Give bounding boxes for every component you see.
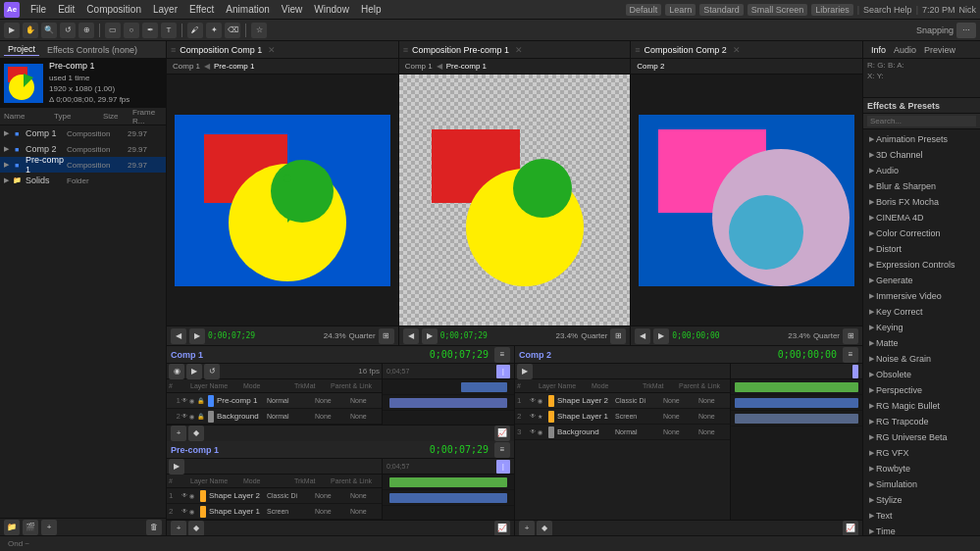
comp2-grid-btn[interactable]: ⊞ <box>843 328 858 344</box>
precomp1-layer-row-2[interactable]: 2 👁 ◉ Shape Layer 1 Screen None None <box>167 504 382 520</box>
new-item-btn[interactable]: + <box>41 520 57 535</box>
tab-project[interactable]: Project <box>4 43 39 56</box>
lock-icon2[interactable]: 🔒 <box>197 413 205 421</box>
comp2-layer-row-1[interactable]: 1 👁 ◉ Shape Layer 2 Classic Di None None <box>515 393 730 409</box>
effects-cat-matte[interactable]: ▶ Matte <box>865 335 978 351</box>
effects-cat-blur[interactable]: ▶ Blur & Sharpen <box>865 178 978 194</box>
comp2-playhead[interactable] <box>852 365 858 378</box>
tool-anchor[interactable]: ⊕ <box>78 23 94 38</box>
comp2-preview[interactable]: ▶ <box>517 364 533 379</box>
tool-shape-ellipse[interactable]: ○ <box>124 23 139 38</box>
comp2-tab[interactable]: Composition Comp 2 <box>645 45 727 55</box>
comp2-tl-keyframe-btn[interactable]: ◆ <box>537 521 552 536</box>
comp1-layer-row-2[interactable]: 2 👁 ◉ 🔒 Background Normal None <box>167 409 382 425</box>
comp1-tl-graph-btn[interactable]: 📈 <box>494 426 510 441</box>
effects-cat-rgtrapcode[interactable]: ▶ RG Trapcode <box>865 414 978 429</box>
comp1-zoom[interactable]: 24.3% <box>324 331 346 340</box>
tool-rotate[interactable]: ↺ <box>60 23 76 38</box>
effects-cat-animation[interactable]: ▶ Animation Presets <box>865 131 978 147</box>
p1-solo1[interactable]: ◉ <box>189 492 197 499</box>
eye-icon2[interactable]: 👁 <box>181 413 189 421</box>
precomp1-quality[interactable]: Quarter <box>581 331 607 340</box>
precomp1-playhead[interactable]: | <box>496 460 510 474</box>
file-item-comp1[interactable]: ▶ ■ Comp 1 Composition 29.97 <box>0 125 166 141</box>
tab-audio[interactable]: Audio <box>890 44 920 56</box>
libraries-workspace-btn[interactable]: Libraries <box>811 4 853 16</box>
effects-cat-rowbyte[interactable]: ▶ Rowbyte <box>865 461 978 476</box>
precomp1-bc-comp1[interactable]: Comp 1 <box>405 62 433 71</box>
comp2-bc-comp2[interactable]: Comp 2 <box>637 62 664 71</box>
menu-effect[interactable]: Effect <box>184 3 219 16</box>
comp2-forward-btn[interactable]: ▶ <box>653 328 669 344</box>
comp2-tl-graph-btn[interactable]: 📈 <box>843 521 858 536</box>
menu-layer[interactable]: Layer <box>148 3 182 16</box>
standard-workspace-btn[interactable]: Standard <box>699 4 744 16</box>
tool-stamp[interactable]: ✦ <box>206 23 222 38</box>
comp2-layer-row-2[interactable]: 2 👁 ★ Shape Layer 1 Screen None None <box>515 409 730 425</box>
effects-cat-immersive[interactable]: ▶ Immersive Video <box>865 288 978 304</box>
p1-solo2[interactable]: ◉ <box>189 508 197 515</box>
comp2-tl-timecode[interactable]: 0;00;00;00 <box>778 349 837 360</box>
effects-cat-generate[interactable]: ▶ Generate <box>865 273 978 288</box>
tool-pen[interactable]: ✒ <box>142 23 158 38</box>
snapping-toggle[interactable]: ⋯ <box>956 23 976 38</box>
default-workspace-btn[interactable]: Default <box>626 4 662 16</box>
effects-cat-boris[interactable]: ▶ Boris FX Mocha <box>865 194 978 210</box>
precomp1-zoom[interactable]: 23.4% <box>556 331 579 340</box>
learn-workspace-btn[interactable]: Learn <box>665 4 696 16</box>
comp1-viewport[interactable] <box>167 75 398 326</box>
effects-cat-time[interactable]: ▶ Time <box>865 524 978 535</box>
small-screen-workspace-btn[interactable]: Small Screen <box>748 4 808 16</box>
tool-zoom[interactable]: 🔍 <box>41 23 57 38</box>
menu-edit[interactable]: Edit <box>53 3 79 16</box>
c2-eye3[interactable]: 👁 <box>530 428 538 435</box>
comp2-viewport[interactable] <box>631 75 862 326</box>
precomp1-preview[interactable]: ▶ <box>169 459 184 475</box>
comp1-tl-keyframe-btn[interactable]: ◆ <box>188 426 204 441</box>
menu-view[interactable]: View <box>277 3 308 16</box>
comp1-preview[interactable]: ▶ <box>186 364 202 379</box>
file-item-solids[interactable]: ▶ 📁 Solids Folder <box>0 173 166 188</box>
tool-shape-rect[interactable]: ▭ <box>105 23 121 38</box>
comp1-tl-add-btn[interactable]: + <box>171 426 186 441</box>
effects-cat-simulation[interactable]: ▶ Simulation <box>865 476 978 492</box>
c2-solo1[interactable]: ◉ <box>538 397 545 404</box>
effects-cat-perspective[interactable]: ▶ Perspective <box>865 382 978 398</box>
comp2-timecode[interactable]: 0;00;00;00 <box>672 331 719 340</box>
comp2-tl-name[interactable]: Comp 2 <box>519 350 551 360</box>
precomp1-tl-keyframe-btn[interactable]: ◆ <box>188 521 204 536</box>
c2-solo3[interactable]: ◉ <box>538 428 545 435</box>
new-folder-btn[interactable]: 📁 <box>4 520 20 535</box>
precomp1-timecode[interactable]: 0;00;07;29 <box>440 331 488 340</box>
comp1-grid-btn[interactable]: ⊞ <box>379 328 394 344</box>
tab-effects-controls[interactable]: Effects Controls (none) <box>43 44 141 56</box>
new-comp-btn[interactable]: 🎬 <box>23 520 38 535</box>
effects-cat-rgvfx[interactable]: ▶ RG VFX <box>865 445 978 461</box>
effects-cat-rguniverse[interactable]: ▶ RG Universe Beta <box>865 429 978 445</box>
precomp1-forward-btn[interactable]: ▶ <box>422 328 438 344</box>
comp2-quality[interactable]: Quarter <box>813 331 840 340</box>
comp1-timecode[interactable]: 0;00;07;29 <box>208 331 255 340</box>
precomp1-layer-row-1[interactable]: 1 👁 ◉ Shape Layer 2 Classic Di None None <box>167 488 382 504</box>
precomp1-tl-add-btn[interactable]: + <box>171 521 186 536</box>
tab-info[interactable]: Info <box>867 44 890 56</box>
comp1-tl-timecode[interactable]: 0;00;07;29 <box>430 349 489 360</box>
precomp1-viewport[interactable] <box>399 75 631 326</box>
precomp1-tl-graph-btn[interactable]: 📈 <box>494 521 510 536</box>
effects-cat-stylize[interactable]: ▶ Stylize <box>865 492 978 508</box>
eye-icon[interactable]: 👁 <box>181 397 189 405</box>
comp2-tl-menu[interactable]: ≡ <box>843 347 858 363</box>
precomp1-bc-precomp1[interactable]: Pre-comp 1 <box>446 62 487 71</box>
effects-cat-noise[interactable]: ▶ Noise & Grain <box>865 351 978 367</box>
p1-eye2[interactable]: 👁 <box>181 508 189 515</box>
comp2-play-btn[interactable]: ◀ <box>635 328 650 344</box>
menu-animation[interactable]: Animation <box>221 3 274 16</box>
comp1-loop[interactable]: ↺ <box>204 364 220 379</box>
tool-puppet[interactable]: ☆ <box>251 23 267 38</box>
menu-file[interactable]: File <box>26 3 51 16</box>
effects-search-input[interactable] <box>867 116 976 126</box>
comp1-tl-menu[interactable]: ≡ <box>494 347 510 363</box>
comp1-playhead[interactable]: | <box>496 365 510 378</box>
menu-window[interactable]: Window <box>309 3 354 16</box>
effects-cat-distort[interactable]: ▶ Distort <box>865 241 978 257</box>
